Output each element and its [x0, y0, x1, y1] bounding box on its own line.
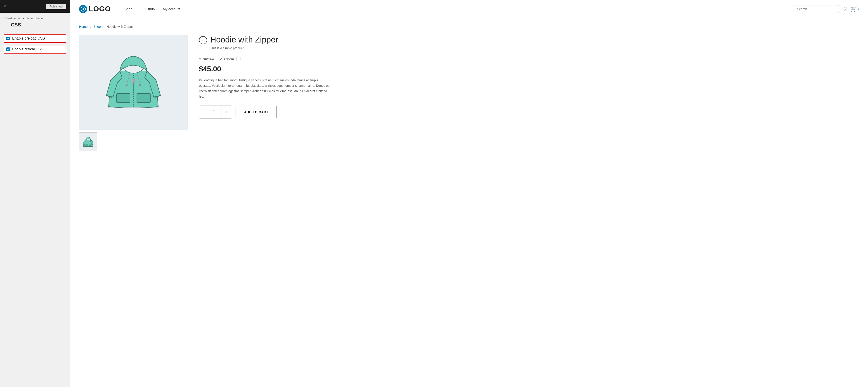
enable-critical-css-label: Enable critical CSS [12, 47, 43, 51]
svg-rect-10 [85, 144, 88, 146]
breadcrumb-sep2: » [103, 25, 105, 29]
svg-rect-11 [89, 144, 91, 146]
product-title-row: + Hoodie with Zipper [199, 35, 330, 44]
svg-point-8 [139, 84, 141, 86]
action-sep1: | [217, 57, 218, 61]
quantity-input[interactable] [209, 106, 222, 118]
main-content: LOGO Shop ⊙ Github My account ♡ 🛒 ▾ Home [70, 0, 868, 387]
close-button[interactable]: × [4, 4, 6, 8]
enable-critical-css-option[interactable]: Enable critical CSS [4, 45, 66, 54]
add-to-cart-button[interactable]: ADD TO CART [236, 106, 277, 118]
customizer-breadcrumb: Customizing ▸ Starter Theme [6, 17, 43, 20]
logo-text: LOGO [89, 5, 111, 13]
product-price: $45.00 [199, 65, 330, 73]
shop-nav-item[interactable]: Shop [124, 7, 132, 11]
enable-preload-css-label: Enable preload CSS [12, 36, 45, 40]
logo-icon [79, 5, 87, 13]
css-options: Enable preload CSS Enable critical CSS [0, 31, 70, 56]
add-to-cart-row: − + ADD TO CART [199, 105, 330, 119]
quantity-decrease-button[interactable]: − [199, 106, 209, 118]
github-nav-item[interactable]: ⊙ Github [141, 7, 155, 11]
published-badge: Published [46, 4, 66, 9]
heart-action-icon: ♡ [239, 57, 242, 61]
back-button[interactable]: ‹ [4, 16, 5, 21]
share-link[interactable]: ↗ SHARE [220, 57, 234, 61]
svg-rect-4 [137, 94, 150, 103]
product-name: Hoodie with Zipper [210, 35, 278, 44]
product-area: Home » Shop » Hoodie with Zipper [70, 18, 868, 387]
thumbnail-row [79, 132, 188, 151]
header-actions: ♡ 🛒 ▾ [794, 5, 859, 13]
review-link[interactable]: ✎ REVIEW [199, 57, 214, 61]
main-nav: Shop ⊙ Github My account [124, 7, 784, 11]
customizer-panel: × Published ‹ Customizing ▸ Starter Them… [0, 0, 70, 387]
search-input[interactable] [794, 5, 839, 13]
wishlist-button[interactable]: ♡ [842, 6, 847, 12]
myaccount-nav-item[interactable]: My account [163, 7, 180, 11]
share-icon: ↗ [220, 57, 222, 61]
quantity-increase-button[interactable]: + [222, 106, 232, 118]
cart-dropdown-icon: ▾ [858, 7, 859, 11]
shop-breadcrumb-link[interactable]: Shop [93, 25, 101, 29]
heart-icon: ♡ [842, 6, 847, 12]
main-product-image[interactable] [79, 35, 188, 130]
panel-title: CSS [0, 22, 70, 31]
current-breadcrumb: Hoodie with Zipper [106, 25, 133, 29]
site-header: LOGO Shop ⊙ Github My account ♡ 🛒 ▾ [70, 0, 868, 18]
hoodie-illustration [97, 44, 169, 121]
wishlist-link[interactable]: ♡ [239, 57, 242, 61]
enable-preload-css-checkbox[interactable] [6, 37, 10, 40]
action-sep2: | [236, 57, 237, 61]
breadcrumb-sep: ▸ [23, 17, 24, 20]
home-breadcrumb-link[interactable]: Home [79, 25, 88, 29]
svg-point-7 [126, 84, 127, 86]
logo-link[interactable]: LOGO [79, 5, 111, 13]
breadcrumb-area: ‹ Customizing ▸ Starter Theme [0, 13, 70, 22]
product-short-description: This is a simple product. [210, 46, 330, 50]
cart-button[interactable]: 🛒 ▾ [850, 6, 859, 12]
plus-icon-button[interactable]: + [199, 36, 207, 44]
thumbnail-hoodie [82, 135, 95, 148]
product-breadcrumb: Home » Shop » Hoodie with Zipper [79, 25, 859, 29]
enable-preload-css-option[interactable]: Enable preload CSS [4, 34, 66, 43]
top-bar: × Published [0, 0, 70, 13]
quantity-control: − + [199, 105, 232, 119]
breadcrumb-sep1: » [90, 25, 92, 29]
product-actions-row: ✎ REVIEW | ↗ SHARE | ♡ [199, 57, 330, 61]
github-label: Github [145, 7, 155, 11]
cart-icon: 🛒 [850, 6, 857, 12]
product-layout: + Hoodie with Zipper This is a simple pr… [79, 35, 859, 151]
share-label: SHARE [224, 57, 234, 60]
github-icon: ⊙ [141, 7, 143, 11]
breadcrumb-part2: Starter Theme [26, 17, 43, 20]
breadcrumb-part1: Customizing [6, 17, 21, 20]
product-description: Pellentesque habitant morbi tristique se… [199, 78, 330, 99]
product-thumbnail-0[interactable] [79, 132, 97, 151]
product-image-column [79, 35, 188, 151]
product-details-column: + Hoodie with Zipper This is a simple pr… [199, 35, 330, 119]
review-label: REVIEW [203, 57, 214, 60]
svg-rect-3 [117, 94, 130, 103]
enable-critical-css-checkbox[interactable] [6, 47, 10, 51]
pencil-icon: ✎ [199, 57, 202, 61]
svg-rect-2 [132, 79, 135, 83]
